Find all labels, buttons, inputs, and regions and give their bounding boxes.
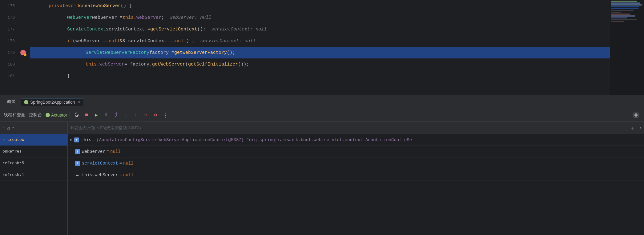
stack-return-icon-0: ↩ [2, 137, 6, 142]
semi-179: (); [227, 50, 235, 55]
code-line-179: ServletWebServerFactory factory = getWeb… [30, 47, 610, 58]
step-out-btn[interactable]: ↑ [131, 111, 140, 119]
bp-slot-179[interactable] [18, 47, 28, 58]
evaluate-btn[interactable]: ∅ [151, 111, 160, 119]
fn-getSelfInitializer: getSelfInitializer [188, 62, 238, 67]
filter-chevron-icon[interactable]: ▾ [639, 125, 642, 130]
type-factory: ServletWebServerFactory [86, 50, 149, 55]
toolbar-threads-label[interactable]: 线程和变量 [4, 112, 25, 118]
kw-this-176: this [123, 15, 134, 20]
var-val-this: {AnnotationConfigServletWebServerApplica… [96, 137, 412, 142]
and-op: && servletContext == [120, 38, 175, 44]
assign-180: = factory. [124, 62, 152, 67]
actuator-section: Actuator [46, 113, 67, 118]
resume-btn[interactable]: ▶ [92, 111, 101, 119]
bp-slot-178[interactable] [18, 35, 28, 47]
tab-debug[interactable]: 调试 [4, 98, 18, 106]
stop-icon: ■ [85, 112, 88, 118]
debug-tabs-bar: 调试 SpringBoot2Application × [0, 95, 644, 108]
minimap-content [610, 0, 644, 95]
var-row-webserver[interactable]: f webServer = null [68, 146, 644, 157]
var-icon-servletcontext: f [75, 161, 80, 166]
args-180: ( [185, 62, 188, 67]
fn-getWebServerFactory: getWebServerFactory [174, 50, 227, 55]
expand-btn[interactable] [632, 111, 640, 119]
stack-row-3[interactable]: refresh:1 [0, 169, 67, 181]
reload-btn[interactable] [72, 111, 81, 119]
var-factory: factory = [149, 50, 174, 55]
run-cursor-btn[interactable]: ○ [141, 111, 150, 119]
field-webServer: webServer [136, 15, 161, 20]
type-ServletContext: ServletContext [67, 27, 106, 32]
filter-dropdown[interactable]: ▾ [12, 125, 14, 130]
var-name-this: this [81, 137, 91, 142]
tab-springboot[interactable]: SpringBoot2Application × [21, 98, 83, 106]
code-line-175: private void createWebServer () { [30, 0, 610, 12]
breakpoint-column [18, 0, 28, 95]
var-eq-this: = [93, 137, 95, 142]
variables-panel: 对表达式求值(⌥F8)或添加监视(⇧⌘F8) ＋ ▾ ▶ f this = {A… [68, 122, 644, 235]
stack-row-2[interactable]: refresh:5 [0, 157, 67, 169]
bp-slot-181[interactable] [18, 70, 28, 82]
var-name-this-webserver: this.webServer [82, 173, 118, 177]
var-eq-this-webserver: = [119, 173, 122, 177]
tab-close-icon[interactable]: × [78, 100, 80, 104]
minimap-line-9 [611, 15, 635, 17]
kw-null-2: null [175, 38, 186, 44]
filter-add-icon[interactable]: ＋ [630, 124, 635, 132]
minimap-line-11 [611, 19, 637, 20]
stack-panel: · ⊿ ▾ ↩ createW onRefres refresh:5 refre… [0, 122, 68, 235]
filter-input-placeholder[interactable]: 对表达式求值(⌥F8)或添加监视(⇧⌘F8) [70, 125, 628, 131]
var-row-servletcontext[interactable]: f servletContext = null [68, 157, 644, 169]
comment-177: servletContext: null [211, 27, 267, 32]
kw-void: void [68, 3, 79, 9]
pause-btn[interactable]: ⏸ [102, 111, 111, 119]
breakpoint-marker[interactable] [20, 50, 26, 55]
var-val-servletcontext: null [123, 161, 134, 166]
kw-this-180: this [86, 62, 97, 67]
evaluate-icon: ∅ [154, 112, 157, 118]
paren-open: (webServer == [73, 38, 109, 44]
bp-slot-175[interactable] [18, 0, 28, 12]
actuator-label[interactable]: Actuator [51, 113, 67, 118]
var-webServer: webServer = [92, 15, 123, 20]
minimap [610, 0, 644, 95]
bp-slot-176[interactable] [18, 12, 28, 23]
step-over-btn[interactable]: ⤴ [112, 111, 120, 119]
step-over-icon: ⤴ [115, 112, 118, 118]
code-editor: 175 176 177 178 179 180 181 private void… [0, 0, 644, 95]
var-row-this[interactable]: ▶ f this = {AnnotationConfigServletWebSe… [68, 134, 644, 146]
brace-close: } [67, 74, 70, 79]
var-icon-this: f [74, 137, 79, 142]
minimap-line-8 [611, 14, 630, 15]
fn-getWebServer: getWebServer [152, 62, 185, 67]
code-content: private void createWebServer () { WebSer… [28, 0, 610, 95]
stack-row-0[interactable]: ↩ createW [0, 134, 67, 146]
more-btn[interactable]: ⋮ [161, 111, 170, 119]
pause-icon: ⏸ [104, 113, 108, 117]
bp-slot-180[interactable] [18, 58, 28, 70]
stop-btn[interactable]: ■ [82, 111, 91, 119]
paren-close: ) { [186, 38, 200, 44]
var-name-webserver: webServer [82, 149, 105, 154]
tab-springboot-label: SpringBoot2Application [30, 100, 75, 105]
var-name-servletcontext: servletContext [82, 161, 118, 166]
semi-176: ; [161, 15, 170, 20]
debug-toolbar: 线程和变量 控制台 Actuator ■ ▶ ⏸ ⤴ ↓ [0, 108, 644, 122]
stack-label-3: refresh:1 [2, 173, 24, 177]
step-into-btn[interactable]: ↓ [122, 111, 130, 119]
toolbar-console-label[interactable]: 控制台 [29, 112, 42, 118]
tab-debug-label: 调试 [7, 99, 15, 105]
semi-177: (); [197, 27, 211, 32]
stack-label-2: refresh:5 [2, 161, 24, 165]
stack-filter-bar: · ⊿ ▾ [0, 122, 67, 134]
stack-row-1[interactable]: onRefres [0, 146, 67, 157]
code-line-178: if (webServer == null && servletContext … [30, 35, 610, 47]
filter-icon[interactable]: ⊿ [6, 125, 10, 131]
bp-slot-177[interactable] [18, 23, 28, 35]
kw-if: if [67, 38, 73, 44]
minimap-line-4 [611, 6, 639, 7]
code-line-176: WebServer webServer = this . webServer ;… [30, 12, 610, 23]
var-row-this-webserver[interactable]: ∞ this.webServer = null [68, 169, 644, 181]
var-expand-this[interactable]: ▶ [70, 137, 72, 142]
